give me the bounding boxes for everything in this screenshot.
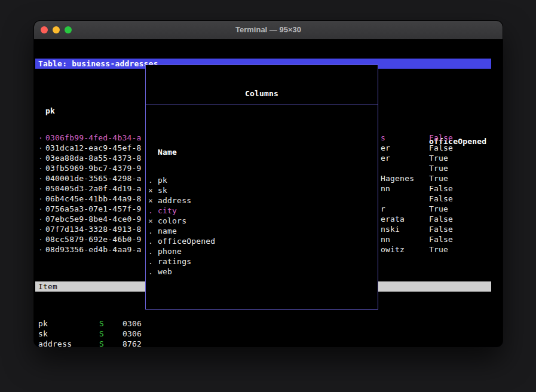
window-titlebar[interactable]: Terminal — 95×30 bbox=[34, 21, 503, 39]
row-pk: 08cc5879-692e-46b0-9 bbox=[45, 234, 142, 244]
terminal-window: Terminal — 95×30 Table: business-address… bbox=[34, 21, 503, 347]
row-office-opened: False bbox=[429, 214, 453, 224]
attribute-value: 8762 bbox=[122, 339, 142, 347]
column-name: city bbox=[158, 206, 177, 216]
row-marker: · bbox=[38, 133, 43, 143]
column-name: address bbox=[158, 195, 191, 206]
column-name: phone bbox=[158, 246, 182, 256]
row-marker: · bbox=[38, 244, 43, 255]
column-header-pk: pk bbox=[45, 106, 55, 116]
attribute-value: 0306 bbox=[122, 318, 142, 329]
item-panel-label: Item bbox=[38, 282, 57, 291]
columns-dialog-item[interactable]: .name bbox=[146, 226, 378, 236]
item-attribute-row: skS0306 bbox=[35, 329, 491, 339]
column-visibility-marker: . bbox=[148, 175, 153, 185]
row-office-opened: True bbox=[429, 244, 448, 255]
attribute-type: S bbox=[99, 329, 104, 339]
row-pk: 0756a5a3-07e1-457f-9 bbox=[45, 204, 142, 214]
window-title: Terminal — 95×30 bbox=[34, 21, 503, 39]
columns-dialog-item[interactable]: ×address bbox=[146, 195, 378, 206]
row-office-opened: True bbox=[429, 163, 448, 173]
row-marker: · bbox=[38, 234, 43, 244]
minimize-button[interactable] bbox=[53, 26, 60, 33]
terminal-content[interactable]: Table: business-addresses pk city name o… bbox=[35, 41, 491, 347]
row-name-fragment: owitz bbox=[381, 244, 405, 255]
row-marker: · bbox=[38, 153, 43, 163]
row-marker: · bbox=[38, 194, 43, 204]
row-name-fragment: nski bbox=[381, 224, 400, 234]
row-name-fragment: nn bbox=[381, 234, 390, 244]
item-attribute-row: addressS8762 bbox=[35, 339, 491, 347]
attribute-type: S bbox=[99, 318, 104, 329]
column-name: name bbox=[158, 226, 177, 236]
row-name-fragment: Hagenes bbox=[381, 173, 414, 183]
attribute-type: S bbox=[99, 339, 104, 347]
columns-dialog-title: Columns bbox=[146, 83, 378, 105]
item-attribute-row: pkS0306 bbox=[35, 318, 491, 329]
row-marker: · bbox=[38, 173, 43, 183]
columns-dialog: Columns Name .pk×sk×address.city×colors.… bbox=[145, 65, 378, 310]
columns-dialog-item[interactable]: .phone bbox=[146, 246, 378, 256]
columns-dialog-item[interactable]: .ratings bbox=[146, 256, 378, 267]
column-visibility-marker: . bbox=[148, 226, 153, 236]
row-office-opened: False bbox=[429, 183, 453, 194]
zoom-button[interactable] bbox=[65, 26, 72, 33]
columns-dialog-list: Name .pk×sk×address.city×colors.name.off… bbox=[146, 123, 378, 295]
row-office-opened: False bbox=[429, 224, 453, 234]
row-office-opened: True bbox=[429, 153, 448, 163]
columns-dialog-item[interactable]: .city bbox=[146, 206, 378, 216]
row-pk: 040001de-3565-4298-a bbox=[45, 173, 142, 183]
column-visibility-marker: × bbox=[148, 195, 153, 206]
column-visibility-marker: . bbox=[148, 246, 153, 256]
item-attributes: pkS0306skS0306addressS8762citySFortcolor… bbox=[35, 318, 491, 347]
column-name: colors bbox=[158, 216, 186, 226]
column-visibility-marker: . bbox=[148, 256, 153, 267]
column-name: officeOpened bbox=[158, 236, 215, 246]
column-name: sk bbox=[158, 185, 167, 195]
columns-dialog-item[interactable]: .pk bbox=[146, 175, 378, 185]
row-marker: · bbox=[38, 163, 43, 173]
row-office-opened: False bbox=[429, 234, 453, 244]
columns-dialog-item[interactable]: ×sk bbox=[146, 185, 378, 195]
row-pk: 08d93356-ed4b-4aa9-a bbox=[45, 244, 142, 255]
row-office-opened: True bbox=[429, 204, 448, 214]
columns-dialog-item[interactable]: .web bbox=[146, 267, 378, 277]
column-visibility-marker: . bbox=[148, 206, 153, 216]
row-pk: 03fb5969-9bc7-4379-9 bbox=[45, 163, 142, 173]
column-name: ratings bbox=[158, 256, 191, 267]
row-pk: 050405d3-2a0f-4d19-a bbox=[45, 183, 142, 194]
column-visibility-marker: . bbox=[148, 267, 153, 277]
row-name-fragment: r bbox=[381, 204, 385, 214]
row-name-fragment: nn bbox=[381, 183, 390, 194]
row-office-opened: False bbox=[429, 194, 453, 204]
columns-dialog-item[interactable]: ×colors bbox=[146, 216, 378, 226]
row-pk: 031dca12-eac9-45ef-8 bbox=[45, 143, 142, 153]
row-pk: 06b4c45e-41bb-44a9-8 bbox=[45, 194, 142, 204]
attribute-name: pk bbox=[38, 318, 48, 329]
row-name-fragment: er bbox=[381, 143, 390, 153]
column-visibility-marker: × bbox=[148, 216, 153, 226]
row-office-opened: False bbox=[429, 133, 453, 143]
row-marker: · bbox=[38, 143, 43, 153]
columns-dialog-items: .pk×sk×address.city×colors.name.officeOp… bbox=[146, 175, 378, 277]
row-name-fragment: er bbox=[381, 153, 390, 163]
row-pk: 03ea88da-8a55-4373-8 bbox=[45, 153, 142, 163]
columns-dialog-item[interactable]: .officeOpened bbox=[146, 236, 378, 246]
row-office-opened: True bbox=[429, 173, 448, 183]
attribute-value: 0306 bbox=[122, 329, 142, 339]
row-marker: · bbox=[38, 183, 43, 194]
row-marker: · bbox=[38, 204, 43, 214]
attribute-name: address bbox=[38, 339, 72, 347]
column-name: web bbox=[158, 267, 172, 277]
close-button[interactable] bbox=[41, 26, 48, 33]
row-name-fragment: erata bbox=[381, 214, 405, 224]
row-pk: 0306fb99-4fed-4b34-a bbox=[45, 133, 142, 143]
column-visibility-marker: . bbox=[148, 236, 153, 246]
traffic-lights bbox=[41, 26, 72, 33]
row-pk: 07ebc5e9-8be4-4ce0-9 bbox=[45, 214, 142, 224]
row-name-fragment: s bbox=[381, 133, 385, 143]
attribute-name: sk bbox=[38, 329, 48, 339]
column-name: pk bbox=[158, 175, 167, 185]
column-visibility-marker: × bbox=[148, 185, 153, 195]
columns-dialog-header: Name bbox=[158, 147, 378, 157]
